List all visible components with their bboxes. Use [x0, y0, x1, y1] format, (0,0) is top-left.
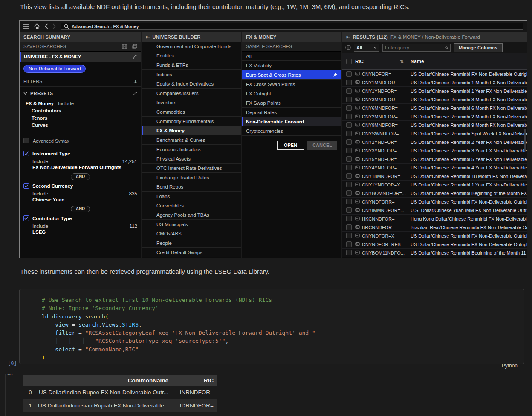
universe-item[interactable]: Economic Indicators [142, 145, 241, 154]
collapse-results-icon[interactable]: ⇤ [346, 34, 350, 40]
universe-item[interactable]: Convertibles [142, 201, 241, 210]
row-checkbox[interactable] [346, 114, 352, 119]
results-table-row[interactable]: CNYNDFOR=XUS Dollar/Chinese Renminbi FX … [342, 232, 527, 240]
sample-search-item[interactable]: FX Volatility [242, 61, 341, 70]
sample-search-item[interactable]: All [242, 52, 341, 61]
universe-item[interactable]: Loans [142, 192, 241, 201]
results-table-row[interactable]: CNYBOMNDFOR=...US Dollar/Chinese Renminb… [342, 189, 527, 198]
row-checkbox[interactable] [346, 122, 352, 128]
results-table-row[interactable]: CNYBOM11NDFO...US Dollar/Chinese Renminb… [342, 249, 527, 257]
row-checkbox[interactable] [346, 105, 352, 111]
row-checkbox[interactable] [346, 207, 352, 213]
universe-item[interactable]: FX & Money [142, 126, 241, 135]
sort-icon[interactable]: ⇅ [400, 59, 404, 64]
results-table-row[interactable]: CNY9MNDFOR=US Dollar/Chinese Renminbi 9 … [342, 121, 527, 129]
advanced-syntax-checkbox[interactable] [23, 138, 29, 143]
row-checkbox[interactable] [346, 233, 352, 238]
row-checkbox[interactable] [346, 241, 352, 247]
presets-row[interactable]: PRESETS [20, 87, 141, 98]
universe-item[interactable]: US Municipals [142, 220, 241, 229]
saved-searches-row[interactable]: SAVED SEARCHES [20, 42, 141, 52]
open-button[interactable]: OPEN [277, 141, 304, 150]
filter-checkbox[interactable] [23, 183, 29, 189]
filter-checkbox[interactable] [23, 151, 29, 156]
results-table-row[interactable]: CNY18MNDFOR=US Dollar/Chinese Renminbi 1… [342, 172, 527, 181]
results-table-row[interactable]: CNY1YNDFOR=US Dollar/Chinese Renminbi 1 … [342, 87, 527, 95]
name-column-header[interactable]: Name [407, 53, 527, 69]
sample-search-item[interactable]: FX Cross Swap Points [242, 80, 341, 89]
results-table-row[interactable]: BRCNNDFOR=Brazilian Real/Chinese Renminb… [342, 223, 527, 232]
info-icon[interactable] [345, 45, 351, 50]
row-checkbox[interactable] [346, 80, 352, 85]
row-checkbox[interactable] [346, 173, 352, 179]
row-checkbox[interactable] [346, 148, 352, 153]
results-table-row[interactable]: CNY6MNDFOR=US Dollar/Chinese Renminbi 6 … [342, 104, 527, 112]
add-filter-icon[interactable]: + [133, 78, 137, 85]
row-checkbox[interactable] [346, 97, 352, 102]
row-checkbox[interactable] [346, 139, 352, 145]
code-cell[interactable]: # Use Search to extract first 10 Non-del… [19, 289, 524, 364]
universe-item[interactable]: Funds & ETPs [142, 60, 241, 70]
filter-checkbox[interactable] [23, 215, 29, 221]
manage-columns-button[interactable]: Manage Columns [454, 43, 503, 52]
sample-search-item[interactable]: Cryptocurrencies [242, 126, 341, 136]
save-icon[interactable] [122, 44, 127, 49]
universe-item[interactable]: Benchmarks & Curves [142, 135, 241, 145]
advanced-syntax-row[interactable]: Advanced Syntax [20, 135, 141, 146]
cancel-button[interactable]: CANCEL [307, 141, 337, 150]
results-table-row[interactable]: CNY1YNDFOR=XUS Dollar/Chinese Renminbi 1… [342, 181, 527, 189]
universe-item[interactable]: CMOs/ABS [142, 229, 241, 238]
sample-search-item[interactable]: FX Outright [242, 89, 341, 98]
preset-item[interactable]: Curves [26, 122, 135, 129]
row-checkbox[interactable] [346, 216, 352, 221]
universe-item[interactable]: Commodity Fundamentals [142, 117, 241, 126]
results-table-row[interactable]: CNY2MNDFOR=US Dollar/Chinese Renminbi 2 … [342, 112, 527, 121]
row-checkbox[interactable] [346, 190, 352, 196]
results-table-row[interactable]: HKCNNDFOR=Hong Kong Dollar/Chinese Renmi… [342, 215, 527, 223]
universe-item[interactable]: Equity & Index Derivatives [142, 79, 241, 89]
universe-item[interactable]: People [142, 238, 241, 248]
universe-item[interactable]: OTC Interest Rate Derivatives [142, 164, 241, 173]
chevron-down-icon[interactable] [23, 92, 27, 95]
universe-item[interactable]: Physical Assets [142, 154, 241, 164]
universe-item[interactable]: Credit Default Swaps [142, 248, 241, 257]
universe-item[interactable]: Government and Corporate Bonds [142, 42, 241, 51]
results-table-row[interactable]: CNYSWNDFOR=US Dollar/Chinese Renminbi Sp… [342, 129, 527, 138]
results-table-row[interactable]: CNY5YNDFOR=US Dollar/Chinese Renminbi 5 … [342, 155, 527, 164]
universe-item[interactable]: Companies/Issuers [142, 89, 241, 98]
menu-icon[interactable] [23, 24, 29, 29]
edit-presets-icon[interactable] [133, 91, 137, 96]
row-checkbox[interactable] [346, 182, 352, 187]
sample-search-item[interactable]: FX Swap Points [242, 98, 341, 108]
query-input[interactable] [385, 45, 445, 50]
universe-item[interactable]: Commodities [142, 107, 241, 117]
non-deliverable-forward-tag[interactable]: Non-Deliverable Forward [23, 65, 86, 73]
preset-item[interactable]: Tenors [26, 115, 135, 122]
collapse-panel-icon[interactable]: ⇤ [146, 34, 150, 40]
kernel-language-label[interactable]: Python [502, 363, 518, 369]
results-table-row[interactable]: CNY2YNDFOR=US Dollar/Chinese Renminbi 2 … [342, 138, 527, 146]
edit-pencil-icon[interactable] [133, 55, 137, 59]
row-checkbox[interactable] [346, 165, 352, 170]
universe-item[interactable]: Agency Pools and TBAs [142, 210, 241, 220]
row-checkbox[interactable] [346, 156, 352, 162]
results-filter-dropdown[interactable]: All [354, 44, 379, 52]
sample-search-item[interactable]: Non-Deliverable Forward [242, 117, 341, 126]
sample-search-item[interactable]: Euro Spot & Cross Rates [242, 70, 341, 80]
results-table-row[interactable]: CNYNDFORR=US Dollar/Chinese Renminbi FX … [342, 198, 527, 206]
preset-item[interactable]: Contributors [26, 107, 135, 115]
results-table-row[interactable]: CNY4YNDFOR=US Dollar/Chinese Renminbi 4 … [342, 164, 527, 172]
output-collapse-indicator[interactable]: ... [7, 370, 13, 376]
universe-item[interactable]: Equities [142, 51, 241, 60]
universe-item[interactable]: Investors [142, 98, 241, 107]
universe-item[interactable]: Indices [142, 70, 241, 79]
results-table-row[interactable]: CNYIMMNDFOR=...U.S. Dollar/Chinese Yuan … [342, 206, 527, 215]
row-checkbox[interactable] [346, 71, 352, 77]
universe-row[interactable]: UNIVERSE - FX & MONEY [20, 52, 141, 62]
universe-item[interactable]: Exchange Traded Rates [142, 173, 241, 182]
back-icon[interactable] [44, 23, 48, 29]
forward-icon[interactable] [52, 23, 56, 29]
results-table-row[interactable]: CNYNDFOR=RFBUS Dollar/Chinese Renminbi F… [342, 240, 527, 249]
app-search-bar[interactable]: Advanced Search - FX & Money [61, 23, 523, 30]
results-table-row[interactable]: CNY1MNDFOR=US Dollar/Chinese Renminbi 1 … [342, 78, 527, 87]
